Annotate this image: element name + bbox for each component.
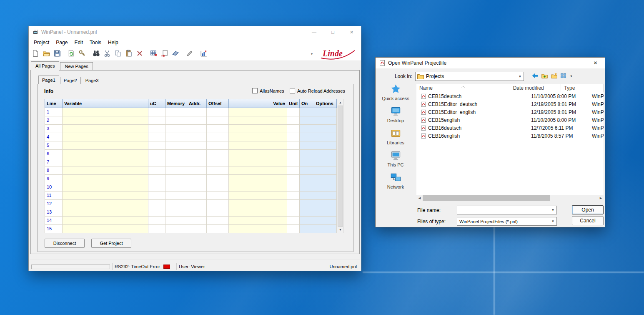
list-column-header-type[interactable]: Type [561, 84, 604, 92]
cell[interactable] [206, 183, 228, 192]
cell[interactable] [206, 175, 228, 183]
cell[interactable] [314, 108, 337, 116]
get-project-button[interactable]: Get Project [91, 239, 131, 248]
cell[interactable] [148, 200, 165, 208]
column-header-options[interactable]: Options [314, 99, 337, 108]
dialog-close-button[interactable]: ✕ [586, 58, 605, 68]
cell[interactable] [299, 225, 314, 233]
cell[interactable] [62, 183, 148, 192]
cell[interactable] [287, 183, 299, 192]
cell[interactable] [287, 225, 299, 233]
aliasnames-checkbox-box[interactable] [252, 88, 258, 93]
auto-reload-checkbox[interactable]: Auto Reload Addresses [290, 88, 345, 93]
column-header-variable[interactable]: Variable [62, 99, 148, 108]
cell[interactable] [314, 133, 337, 141]
cell[interactable] [299, 217, 314, 225]
cell[interactable] [187, 200, 206, 208]
cell[interactable] [148, 183, 165, 192]
cell[interactable] [314, 200, 337, 208]
scroll-left-icon[interactable]: ◀ [416, 195, 423, 201]
cell[interactable] [62, 175, 148, 183]
scroll-down-icon[interactable]: ▼ [337, 227, 343, 233]
cell[interactable] [165, 208, 187, 217]
cell[interactable] [206, 141, 228, 150]
cell[interactable] [314, 183, 337, 192]
scroll-up-icon[interactable]: ▲ [337, 99, 343, 106]
cell[interactable] [165, 125, 187, 133]
file-name-input[interactable] [457, 206, 549, 214]
cell[interactable] [206, 158, 228, 166]
cell[interactable] [228, 166, 287, 175]
tab-all-pages[interactable]: All Pages [31, 61, 59, 71]
toolbar-delete-button[interactable] [135, 49, 144, 58]
cell[interactable] [62, 225, 148, 233]
cell[interactable] [287, 175, 299, 183]
cell[interactable] [206, 125, 228, 133]
cell[interactable] [314, 208, 337, 217]
cell[interactable] [228, 108, 287, 116]
cell[interactable] [187, 175, 206, 183]
file-row[interactable]: CEB15Editor_english12/19/2005 8:01 PMWin… [416, 108, 604, 116]
cell[interactable] [299, 150, 314, 158]
scrollbar-thumb[interactable] [423, 195, 550, 201]
cell[interactable] [62, 192, 148, 200]
cell[interactable] [228, 217, 287, 225]
cell[interactable] [165, 175, 187, 183]
cell[interactable] [206, 192, 228, 200]
cell[interactable] [148, 208, 165, 217]
cell[interactable] [314, 150, 337, 158]
cell[interactable] [287, 200, 299, 208]
place-libraries[interactable]: Libraries [376, 128, 416, 149]
cell[interactable] [165, 116, 187, 125]
cell[interactable] [148, 217, 165, 225]
auto-reload-checkbox-box[interactable] [290, 88, 295, 93]
toolbar-tools-button[interactable] [78, 49, 87, 58]
cell[interactable] [148, 158, 165, 166]
cell[interactable] [187, 192, 206, 200]
cell[interactable] [148, 133, 165, 141]
column-header-addr[interactable]: Addr. [187, 99, 206, 108]
cell[interactable] [287, 217, 299, 225]
look-in-combobox[interactable]: Projects ▼ [415, 72, 524, 81]
cell[interactable] [206, 225, 228, 233]
cell[interactable] [165, 158, 187, 166]
cell[interactable] [62, 200, 148, 208]
cell[interactable] [314, 225, 337, 233]
cell[interactable] [299, 141, 314, 150]
files-of-type-combobox[interactable]: WinPanel ProjectFiles (*.pnl) ▼ [457, 217, 557, 226]
cell[interactable] [187, 133, 206, 141]
file-row[interactable]: CEB16deutsch12/7/2005 6:11 PMWinP [416, 124, 604, 132]
maximize-button[interactable]: □ [323, 26, 342, 38]
minimize-button[interactable]: ― [305, 26, 323, 38]
cell[interactable] [228, 158, 287, 166]
cell[interactable] [206, 200, 228, 208]
cell[interactable] [187, 150, 206, 158]
cell[interactable] [287, 133, 299, 141]
cell[interactable] [228, 208, 287, 217]
toolbar-eraser-button[interactable] [171, 49, 180, 58]
cell[interactable] [165, 200, 187, 208]
cell[interactable] [165, 225, 187, 233]
cell[interactable] [148, 225, 165, 233]
column-header-uc[interactable]: uC [148, 99, 165, 108]
cell[interactable] [62, 108, 148, 116]
cell[interactable] [228, 150, 287, 158]
cell[interactable] [62, 150, 148, 158]
cell[interactable] [148, 141, 165, 150]
cell[interactable] [165, 192, 187, 200]
toolbar-chart-button[interactable] [199, 49, 208, 58]
cell[interactable] [165, 141, 187, 150]
cell[interactable] [299, 175, 314, 183]
menu-edit[interactable]: Edit [71, 38, 86, 47]
cell[interactable] [314, 217, 337, 225]
cell[interactable] [228, 183, 287, 192]
cell[interactable] [187, 217, 206, 225]
dialog-titlebar[interactable]: Open WinPanel Projectfile ✕ [376, 58, 605, 68]
cell[interactable] [187, 183, 206, 192]
menu-page[interactable]: Page [53, 38, 71, 47]
cell[interactable] [62, 158, 148, 166]
cell[interactable] [187, 225, 206, 233]
cell[interactable] [299, 208, 314, 217]
chevron-down-icon[interactable]: ▼ [549, 206, 556, 214]
cell[interactable] [187, 141, 206, 150]
